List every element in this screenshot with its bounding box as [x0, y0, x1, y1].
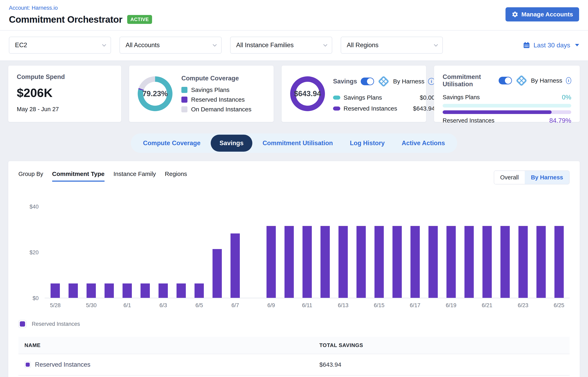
utilisation-progress-bar [443, 104, 571, 107]
savings-title: Savings [333, 78, 357, 85]
chart-bar-6-2[interactable] [141, 283, 150, 298]
x-axis-label: 6/21 [478, 302, 496, 308]
compute-coverage-card: 79.23% Compute Coverage Savings PlansRes… [129, 65, 274, 122]
chart-bar-6-24[interactable] [536, 226, 546, 298]
y-axis-tick: $0 [33, 295, 39, 302]
chart-bar-6-1[interactable] [122, 283, 132, 298]
x-axis-label: 6/19 [442, 302, 460, 308]
tab-savings[interactable]: Savings [211, 135, 253, 152]
chart-bar-6-7[interactable] [231, 234, 240, 298]
group-by: Group By Commitment TypeInstance FamilyR… [18, 170, 187, 182]
x-axis-label: 5/30 [82, 302, 100, 308]
compute-coverage-legend: Savings PlansReserved InstancesOn Demand… [181, 86, 252, 113]
chart-bar-6-12[interactable] [321, 226, 330, 298]
chart-bar-6-21[interactable] [482, 226, 492, 298]
chart-bar-5-30[interactable] [87, 283, 96, 298]
legend-item-savings-plans: Savings Plans [181, 86, 252, 93]
x-axis-label [460, 302, 478, 308]
utilisation-row-value: 0% [562, 94, 571, 101]
tab-active-actions[interactable]: Active Actions [395, 135, 452, 151]
chart-bar-6-17[interactable] [410, 226, 420, 298]
info-icon[interactable]: i [566, 77, 571, 84]
tab-commitment-utilisation[interactable]: Commitment Utilisation [255, 135, 340, 151]
chart-bar-slot [46, 207, 64, 298]
view-toggle-by-harness[interactable]: By Harness [525, 171, 569, 184]
chart-bar-6-10[interactable] [285, 226, 294, 298]
legend-item-on-demand-instances: On Demand Instances [181, 106, 252, 113]
x-axis-label [64, 302, 82, 308]
group-by-commitment-type[interactable]: Commitment Type [52, 170, 105, 182]
instance-families-select[interactable]: All Instance Families [230, 37, 332, 54]
account-link[interactable]: Account: Harness.io [9, 5, 58, 11]
chart-plot: 5/285/306/16/36/56/76/96/116/136/156/176… [45, 207, 570, 308]
chart-bar-6-3[interactable] [158, 283, 168, 298]
savings-row-label: Savings Plans [344, 94, 417, 101]
chart-bar-6-22[interactable] [500, 226, 510, 298]
chart-bar-slot [172, 207, 190, 298]
chart-bar-slot [496, 207, 514, 298]
x-axis-label: 6/3 [154, 302, 172, 308]
chart-bar-slot [532, 207, 550, 298]
accounts-select[interactable]: All Accounts [120, 37, 222, 54]
calendar-icon [523, 41, 530, 49]
chart-bar-slot [550, 207, 568, 298]
chart-bar-slot [478, 207, 496, 298]
chart-bar-5-29[interactable] [68, 283, 78, 298]
savings-title-row: Savings By Harness i [333, 75, 435, 87]
group-by-options: Commitment TypeInstance FamilyRegions [52, 170, 187, 182]
table-body: Reserved Instances$643.94 [18, 354, 570, 376]
chart-bar-6-23[interactable] [519, 226, 528, 298]
harness-logo-icon [378, 75, 389, 87]
savings-right: Savings By Harness i Savings Plans$0.00R… [333, 75, 435, 112]
chart-bar-slot [262, 207, 280, 298]
compute-spend-card: Compute Spend $206K May 28 - Jun 27 [8, 65, 121, 122]
legend-swatch [181, 87, 188, 93]
table-row-name: Reserved Instances [35, 361, 90, 368]
chart-bar-slot [388, 207, 406, 298]
tab-compute-coverage[interactable]: Compute Coverage [136, 135, 207, 151]
chart-bar-5-31[interactable] [105, 283, 114, 298]
regions-select[interactable]: All Regions [341, 37, 443, 54]
table-row[interactable]: Reserved Instances$643.94 [18, 354, 570, 376]
chart-bar-slot [514, 207, 532, 298]
chart-bar-6-5[interactable] [195, 283, 204, 298]
table-cell-name: Reserved Instances [18, 354, 313, 375]
chart-bar-6-6[interactable] [212, 249, 222, 298]
chart-bar-5-28[interactable] [51, 283, 60, 298]
chart-bar-6-4[interactable] [177, 283, 186, 298]
group-by-regions[interactable]: Regions [165, 170, 187, 182]
savings-row-value: $643.94 [413, 105, 435, 112]
chart-bar-6-16[interactable] [392, 226, 402, 298]
utilisation-by-harness-toggle[interactable] [499, 77, 512, 84]
x-axis-label: 6/7 [226, 302, 244, 308]
chart-bar-6-9[interactable] [266, 226, 276, 298]
chart-legend-label: Reserved Instances [32, 321, 80, 327]
chart-bars [45, 207, 570, 298]
chart-bar-6-25[interactable] [555, 226, 564, 298]
accounts-select-value: All Accounts [126, 42, 160, 49]
legend-swatch [181, 97, 188, 103]
manage-accounts-button[interactable]: Manage Accounts [506, 7, 579, 22]
filter-bar: EC2 All Accounts All Instance Families A… [0, 31, 588, 61]
date-range-picker[interactable]: Last 30 days [523, 41, 579, 49]
service-select[interactable]: EC2 [9, 37, 111, 54]
header-left: Account: Harness.io Commitment Orchestra… [9, 5, 152, 25]
tab-log-history[interactable]: Log History [343, 135, 391, 151]
chart-bar-6-18[interactable] [428, 226, 438, 298]
x-axis-label: 6/1 [118, 302, 136, 308]
chart-bar-6-15[interactable] [375, 226, 384, 298]
view-toggle-overall[interactable]: Overall [494, 171, 525, 184]
chart-bar-6-14[interactable] [356, 226, 366, 298]
y-axis-tick: $40 [30, 204, 39, 210]
x-axis-label: 6/15 [370, 302, 388, 308]
group-by-instance-family[interactable]: Instance Family [113, 170, 156, 182]
chart-bar-slot [460, 207, 478, 298]
x-axis-label: 6/13 [334, 302, 352, 308]
chart-bar-6-20[interactable] [465, 226, 474, 298]
chart-bar-6-19[interactable] [446, 226, 456, 298]
chart-bar-6-13[interactable] [338, 226, 348, 298]
chart-bar-6-11[interactable] [302, 226, 312, 298]
utilisation-title: Commitment Utilisation [443, 73, 495, 88]
savings-by-harness-toggle[interactable] [361, 78, 374, 85]
y-axis-tick: $20 [30, 249, 39, 256]
